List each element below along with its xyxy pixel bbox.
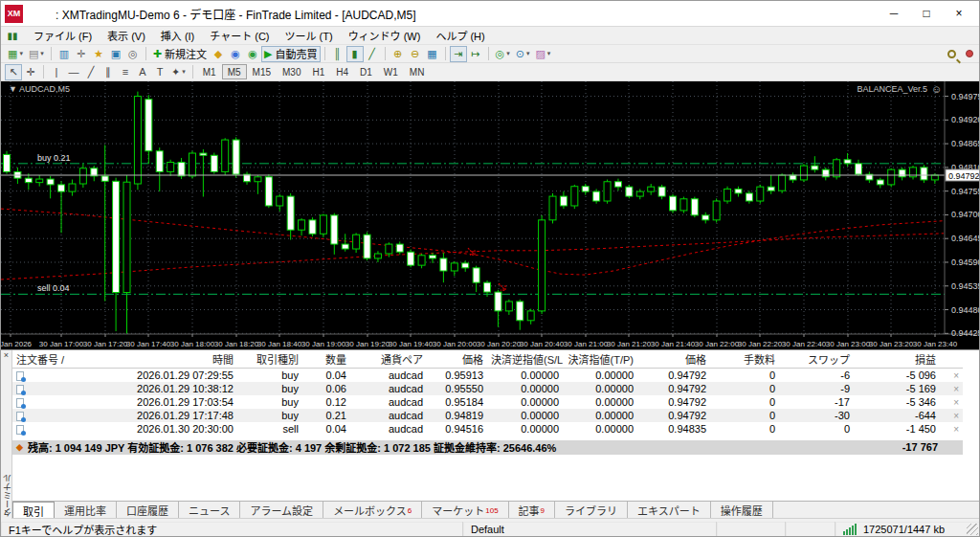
new-chart-dropdown-icon[interactable]: ▾ xyxy=(19,50,23,57)
terminal-close-icon[interactable]: × xyxy=(1,350,11,360)
timeframe-mn-button[interactable]: MN xyxy=(404,64,431,79)
close-position-icon[interactable]: × xyxy=(949,411,959,421)
new-order-button[interactable]: ✚新規注文 xyxy=(150,46,210,62)
time-axis-label[interactable]: 30 Jan 17:00 xyxy=(39,340,84,348)
column-header-1[interactable]: 時間 xyxy=(108,350,237,369)
tab-journal[interactable]: 操作履歴 xyxy=(711,502,773,518)
close-position-icon[interactable]: × xyxy=(949,370,959,381)
timeframe-h4-button[interactable]: H4 xyxy=(330,64,354,79)
resize-grip[interactable] xyxy=(967,524,978,535)
column-header-0[interactable]: 注文番号 / xyxy=(12,350,108,369)
time-axis-label[interactable]: 30 Jan 18:40 xyxy=(257,340,302,348)
tab-experts[interactable]: エキスパート xyxy=(628,502,711,518)
chart-profiles-button[interactable]: ▤▾ xyxy=(26,46,47,62)
maximize-button[interactable]: □ xyxy=(910,3,943,24)
status-profile[interactable]: Default xyxy=(463,522,717,537)
close-position-icon[interactable]: × xyxy=(949,384,959,394)
order-row-2[interactable]: 2026.01.29 17:03:54buy0.12audcad0.951840… xyxy=(12,395,963,409)
data-window-button[interactable]: ✛ xyxy=(73,46,90,62)
price-axis-label[interactable]: 0.94535 xyxy=(951,281,980,291)
menu-view[interactable]: 表示 (V) xyxy=(100,29,153,44)
time-axis-label[interactable]: 30 Jan 20:00 xyxy=(433,340,478,348)
timeframe-m1-button[interactable]: M1 xyxy=(197,64,222,79)
chart-area[interactable]: buy 0.21sell 0.040.949750.949200.948650.… xyxy=(1,81,979,349)
price-axis-label[interactable]: 0.94755 xyxy=(951,187,980,196)
price-axis-label[interactable]: 0.94425 xyxy=(951,328,980,338)
vertical-line-button[interactable]: | xyxy=(48,64,65,80)
candlestick-chart-button[interactable]: ▮ xyxy=(346,46,364,62)
equidistant-channel-button[interactable]: ∥ xyxy=(100,64,117,80)
tab-market[interactable]: マーケット105 xyxy=(422,502,508,518)
price-axis-label[interactable]: 0.94480 xyxy=(951,305,980,315)
tab-library[interactable]: ライブラリ xyxy=(555,502,628,518)
column-header-4[interactable]: 通貨ペア xyxy=(350,350,427,369)
price-axis-label[interactable]: 0.94920 xyxy=(951,115,980,124)
orders-header-row[interactable]: 注文番号 /時間取引種別数量通貨ペア価格決済逆指値(S/L)決済指値(T/P)価… xyxy=(12,350,963,369)
column-header-3[interactable]: 数量 xyxy=(302,350,350,369)
indicators-button[interactable]: ◎▾ xyxy=(493,46,513,62)
price-axis-label[interactable]: 0.94590 xyxy=(951,257,980,267)
templates-dropdown-icon[interactable]: ▾ xyxy=(547,50,551,57)
price-axis-label[interactable]: 0.94975 xyxy=(951,92,980,101)
line-chart-button[interactable]: ╱ xyxy=(364,46,381,62)
order-row-1[interactable]: 2026.01.29 10:38:12buy0.06audcad0.955500… xyxy=(12,382,963,395)
time-axis-label[interactable]: 30 Jan 20:40 xyxy=(520,340,565,348)
chart-symbol-label[interactable]: ▼ AUDCAD,M5 xyxy=(9,84,70,94)
close-position-icon[interactable]: × xyxy=(949,424,959,435)
tab-alerts[interactable]: アラーム設定 xyxy=(240,502,323,518)
auto-scroll-button[interactable]: ⇥ xyxy=(450,46,467,62)
chart-window-icon[interactable]: ▮▮ xyxy=(5,29,20,42)
order-row-3[interactable]: 2026.01.29 17:17:48buy0.21audcad0.948190… xyxy=(12,409,963,422)
tab-account-history[interactable]: 口座履歴 xyxy=(117,502,179,518)
crosshair-button[interactable]: ✛ xyxy=(22,64,39,80)
menu-file[interactable]: ファイル (F) xyxy=(26,29,100,44)
minimize-button[interactable]: ─ xyxy=(878,3,910,24)
horizontal-line-button[interactable]: — xyxy=(65,64,82,80)
arrows-dropdown-icon[interactable]: ▾ xyxy=(182,68,186,76)
bar-chart-button[interactable]: ║ xyxy=(329,46,346,62)
price-axis-label[interactable]: 0.94645 xyxy=(951,234,980,243)
zoom-out-button[interactable]: ⊖ xyxy=(407,46,424,62)
menu-help[interactable]: ヘルプ (H) xyxy=(428,29,492,44)
timeframe-m5-button[interactable]: M5 xyxy=(222,64,247,79)
periods-dropdown-icon[interactable]: ▾ xyxy=(526,50,530,57)
fibonacci-button[interactable]: ≡ xyxy=(117,64,134,80)
pin-icon[interactable] xyxy=(966,50,973,57)
order-row-4[interactable]: 2026.01.30 20:30:00sell0.04audcad0.94516… xyxy=(12,422,963,436)
time-axis-label[interactable]: 30 Jan 19:20 xyxy=(345,340,390,348)
news-button[interactable]: ◉ xyxy=(244,46,261,62)
text-button[interactable]: A xyxy=(134,64,151,80)
order-row-0[interactable]: 2026.01.29 07:29:55buy0.04audcad0.959130… xyxy=(12,369,963,382)
time-axis-label[interactable]: 30 Jan 20:20 xyxy=(477,340,522,348)
ea-smiley-icon[interactable]: ☺ xyxy=(931,83,942,95)
chart-shift-button[interactable]: ↦ xyxy=(467,46,484,62)
menu-window[interactable]: ウィンドウ (W) xyxy=(341,29,429,44)
text-label-button[interactable]: T xyxy=(151,64,168,80)
new-chart-button[interactable]: ▦▾ xyxy=(5,46,26,62)
zoom-in-button[interactable]: ⊕ xyxy=(390,46,407,62)
time-axis-label[interactable]: 30 Jan 21:20 xyxy=(607,340,652,348)
script-button[interactable]: ◆ xyxy=(210,46,227,62)
time-axis-label[interactable]: 30 Jan 21:40 xyxy=(651,340,696,348)
price-axis-label[interactable]: 0.94865 xyxy=(951,139,980,148)
time-axis-label[interactable]: 30 Jan 23:20 xyxy=(869,340,914,348)
column-header-11[interactable]: 損益 xyxy=(854,350,940,369)
indicators-dropdown-icon[interactable]: ▾ xyxy=(506,50,510,57)
time-axis-label[interactable]: 30 Jan 21:00 xyxy=(564,340,609,348)
menu-insert[interactable]: 挿入 (I) xyxy=(153,29,202,44)
time-axis-label[interactable]: 30 Jan 19:40 xyxy=(389,340,434,348)
close-button[interactable]: × xyxy=(943,3,975,24)
time-axis-label[interactable]: 30 Jan 17:20 xyxy=(83,340,128,348)
community-button[interactable]: ◉ xyxy=(227,46,244,62)
column-header-5[interactable]: 価格 xyxy=(427,350,487,369)
arrows-button[interactable]: ✦▾ xyxy=(168,64,189,80)
column-header-6[interactable]: 決済逆指値(S/L) xyxy=(487,350,563,369)
timeframe-d1-button[interactable]: D1 xyxy=(354,64,378,79)
time-axis-label[interactable]: 30 Jan 23:40 xyxy=(913,340,958,348)
search-icon[interactable] xyxy=(947,50,956,58)
time-axis-label[interactable]: 30 Jan 18:20 xyxy=(214,340,259,348)
time-axis-label[interactable]: 30 Jan 22:40 xyxy=(782,340,827,348)
time-axis-label[interactable]: 30 Jan 2026 xyxy=(1,340,33,348)
chart-profiles-dropdown-icon[interactable]: ▾ xyxy=(40,50,44,57)
time-axis-label[interactable]: 30 Jan 19:00 xyxy=(301,340,346,348)
